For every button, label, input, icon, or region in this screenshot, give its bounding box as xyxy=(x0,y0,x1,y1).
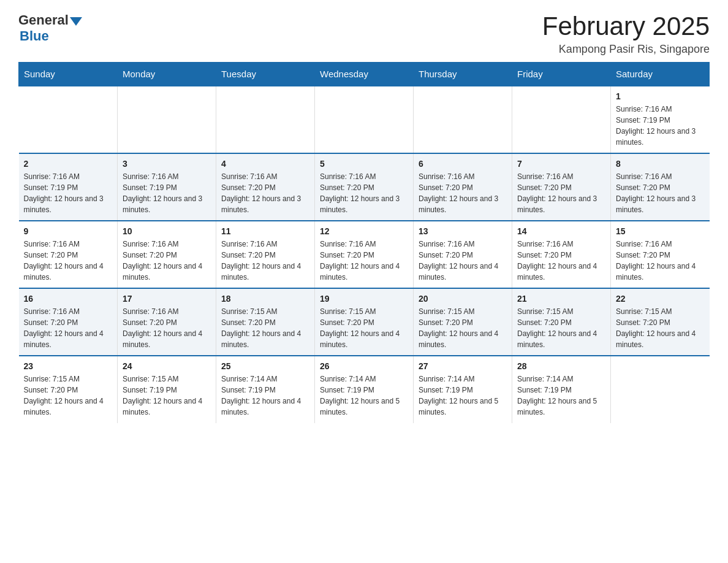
day-info: Sunrise: 7:16 AMSunset: 7:20 PMDaylight:… xyxy=(419,171,507,215)
day-info: Sunrise: 7:16 AMSunset: 7:20 PMDaylight:… xyxy=(24,239,113,283)
day-info: Sunrise: 7:15 AMSunset: 7:20 PMDaylight:… xyxy=(24,373,113,418)
day-info: Sunrise: 7:16 AMSunset: 7:20 PMDaylight:… xyxy=(320,239,408,283)
day-cell-13: 13Sunrise: 7:16 AMSunset: 7:20 PMDayligh… xyxy=(414,221,512,288)
day-number: 9 xyxy=(24,226,113,236)
day-info: Sunrise: 7:16 AMSunset: 7:20 PMDaylight:… xyxy=(517,239,605,283)
day-cell-20: 20Sunrise: 7:15 AMSunset: 7:20 PMDayligh… xyxy=(414,288,512,356)
empty-cell xyxy=(512,86,611,153)
day-info: Sunrise: 7:16 AMSunset: 7:20 PMDaylight:… xyxy=(517,171,605,215)
day-cell-12: 12Sunrise: 7:16 AMSunset: 7:20 PMDayligh… xyxy=(315,221,414,288)
day-number: 4 xyxy=(221,159,309,169)
day-cell-16: 16Sunrise: 7:16 AMSunset: 7:20 PMDayligh… xyxy=(19,288,118,356)
empty-cell xyxy=(19,86,118,153)
logo-top: General xyxy=(18,12,82,28)
days-of-week-row: SundayMondayTuesdayWednesdayThursdayFrid… xyxy=(19,63,710,86)
week-row-4: 16Sunrise: 7:16 AMSunset: 7:20 PMDayligh… xyxy=(19,288,710,356)
day-number: 21 xyxy=(517,294,605,304)
day-cell-26: 26Sunrise: 7:14 AMSunset: 7:19 PMDayligh… xyxy=(315,356,414,423)
day-header-monday: Monday xyxy=(118,63,216,86)
day-cell-4: 4Sunrise: 7:16 AMSunset: 7:20 PMDaylight… xyxy=(216,153,315,221)
day-header-friday: Friday xyxy=(512,63,611,86)
day-info: Sunrise: 7:14 AMSunset: 7:19 PMDaylight:… xyxy=(517,373,605,418)
week-row-3: 9Sunrise: 7:16 AMSunset: 7:20 PMDaylight… xyxy=(19,221,710,288)
day-number: 18 xyxy=(221,294,309,304)
location-subtitle: Kampong Pasir Ris, Singapore xyxy=(542,43,710,56)
day-info: Sunrise: 7:16 AMSunset: 7:20 PMDaylight:… xyxy=(419,239,507,283)
day-number: 15 xyxy=(616,226,705,236)
day-number: 22 xyxy=(616,294,705,304)
day-number: 19 xyxy=(320,294,408,304)
day-number: 2 xyxy=(24,159,113,169)
day-info: Sunrise: 7:16 AMSunset: 7:20 PMDaylight:… xyxy=(320,171,408,215)
day-number: 23 xyxy=(24,361,113,371)
day-header-thursday: Thursday xyxy=(414,63,512,86)
day-info: Sunrise: 7:14 AMSunset: 7:19 PMDaylight:… xyxy=(320,373,408,418)
day-info: Sunrise: 7:16 AMSunset: 7:19 PMDaylight:… xyxy=(24,171,113,215)
day-number: 13 xyxy=(419,226,507,236)
day-cell-2: 2Sunrise: 7:16 AMSunset: 7:19 PMDaylight… xyxy=(19,153,118,221)
empty-cell xyxy=(216,86,315,153)
day-info: Sunrise: 7:14 AMSunset: 7:19 PMDaylight:… xyxy=(419,373,507,418)
day-cell-15: 15Sunrise: 7:16 AMSunset: 7:20 PMDayligh… xyxy=(611,221,710,288)
empty-cell xyxy=(611,356,710,423)
week-row-1: 1Sunrise: 7:16 AMSunset: 7:19 PMDaylight… xyxy=(19,86,710,153)
day-info: Sunrise: 7:16 AMSunset: 7:20 PMDaylight:… xyxy=(24,306,113,350)
day-header-wednesday: Wednesday xyxy=(315,63,414,86)
day-header-sunday: Sunday xyxy=(19,63,118,86)
day-info: Sunrise: 7:16 AMSunset: 7:19 PMDaylight:… xyxy=(123,171,211,215)
day-cell-8: 8Sunrise: 7:16 AMSunset: 7:20 PMDaylight… xyxy=(611,153,710,221)
day-number: 6 xyxy=(419,159,507,169)
day-cell-14: 14Sunrise: 7:16 AMSunset: 7:20 PMDayligh… xyxy=(512,221,611,288)
day-number: 20 xyxy=(419,294,507,304)
day-cell-7: 7Sunrise: 7:16 AMSunset: 7:20 PMDaylight… xyxy=(512,153,611,221)
page-header: General Blue February 2025 Kampong Pasir… xyxy=(18,12,710,56)
day-cell-10: 10Sunrise: 7:16 AMSunset: 7:20 PMDayligh… xyxy=(118,221,216,288)
empty-cell xyxy=(118,86,216,153)
day-cell-11: 11Sunrise: 7:16 AMSunset: 7:20 PMDayligh… xyxy=(216,221,315,288)
day-cell-5: 5Sunrise: 7:16 AMSunset: 7:20 PMDaylight… xyxy=(315,153,414,221)
day-info: Sunrise: 7:16 AMSunset: 7:20 PMDaylight:… xyxy=(616,171,705,215)
logo: General Blue xyxy=(18,12,82,44)
day-number: 12 xyxy=(320,226,408,236)
day-cell-1: 1Sunrise: 7:16 AMSunset: 7:19 PMDaylight… xyxy=(611,86,710,153)
day-info: Sunrise: 7:16 AMSunset: 7:20 PMDaylight:… xyxy=(221,239,309,283)
day-cell-28: 28Sunrise: 7:14 AMSunset: 7:19 PMDayligh… xyxy=(512,356,611,423)
day-number: 11 xyxy=(221,226,309,236)
day-cell-18: 18Sunrise: 7:15 AMSunset: 7:20 PMDayligh… xyxy=(216,288,315,356)
day-header-saturday: Saturday xyxy=(611,63,710,86)
day-number: 25 xyxy=(221,361,309,371)
day-info: Sunrise: 7:16 AMSunset: 7:19 PMDaylight:… xyxy=(616,104,705,148)
day-info: Sunrise: 7:15 AMSunset: 7:19 PMDaylight:… xyxy=(123,373,211,418)
day-number: 28 xyxy=(517,361,605,371)
day-number: 27 xyxy=(419,361,507,371)
empty-cell xyxy=(315,86,414,153)
day-number: 8 xyxy=(616,159,705,169)
day-number: 26 xyxy=(320,361,408,371)
day-info: Sunrise: 7:16 AMSunset: 7:20 PMDaylight:… xyxy=(123,306,211,350)
title-block: February 2025 Kampong Pasir Ris, Singapo… xyxy=(542,12,710,56)
day-number: 24 xyxy=(123,361,211,371)
empty-cell xyxy=(414,86,512,153)
day-info: Sunrise: 7:15 AMSunset: 7:20 PMDaylight:… xyxy=(517,306,605,350)
day-cell-22: 22Sunrise: 7:15 AMSunset: 7:20 PMDayligh… xyxy=(611,288,710,356)
day-info: Sunrise: 7:16 AMSunset: 7:20 PMDaylight:… xyxy=(123,239,211,283)
month-title: February 2025 xyxy=(542,12,710,40)
day-number: 3 xyxy=(123,159,211,169)
day-cell-23: 23Sunrise: 7:15 AMSunset: 7:20 PMDayligh… xyxy=(19,356,118,423)
logo-general-text: General xyxy=(18,12,69,28)
day-number: 16 xyxy=(24,294,113,304)
day-number: 7 xyxy=(517,159,605,169)
calendar-table: SundayMondayTuesdayWednesdayThursdayFrid… xyxy=(18,62,710,423)
day-info: Sunrise: 7:15 AMSunset: 7:20 PMDaylight:… xyxy=(419,306,507,350)
day-info: Sunrise: 7:15 AMSunset: 7:20 PMDaylight:… xyxy=(221,306,309,350)
day-cell-21: 21Sunrise: 7:15 AMSunset: 7:20 PMDayligh… xyxy=(512,288,611,356)
day-cell-27: 27Sunrise: 7:14 AMSunset: 7:19 PMDayligh… xyxy=(414,356,512,423)
calendar-body: 1Sunrise: 7:16 AMSunset: 7:19 PMDaylight… xyxy=(19,86,710,423)
week-row-5: 23Sunrise: 7:15 AMSunset: 7:20 PMDayligh… xyxy=(19,356,710,423)
calendar-header: SundayMondayTuesdayWednesdayThursdayFrid… xyxy=(19,63,710,86)
day-header-tuesday: Tuesday xyxy=(216,63,315,86)
day-number: 5 xyxy=(320,159,408,169)
day-number: 14 xyxy=(517,226,605,236)
day-info: Sunrise: 7:16 AMSunset: 7:20 PMDaylight:… xyxy=(221,171,309,215)
logo-arrow-icon xyxy=(70,17,82,26)
